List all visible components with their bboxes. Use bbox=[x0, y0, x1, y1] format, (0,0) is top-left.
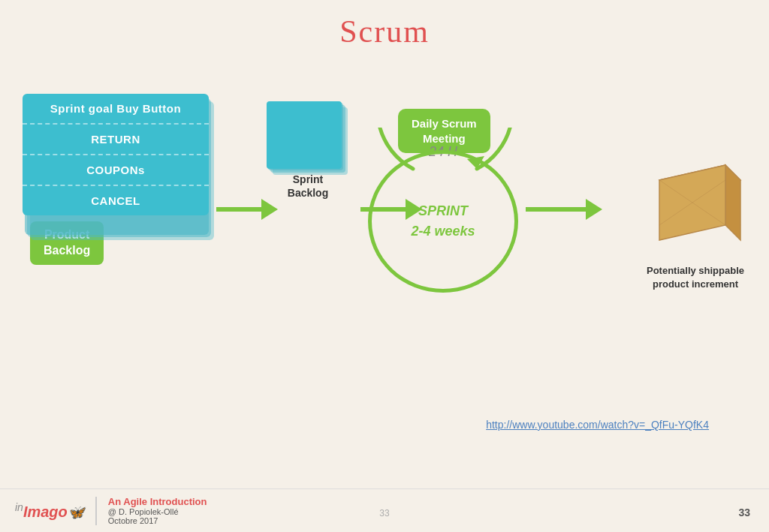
backlog-item-3: COUPONs bbox=[23, 155, 209, 186]
sprint-stack-main bbox=[267, 101, 342, 169]
product-box-svg bbox=[643, 158, 748, 255]
page-number: 33 bbox=[738, 506, 750, 518]
youtube-link[interactable]: http://www.youtube.com/watch?v=_QfFu-YQf… bbox=[486, 419, 709, 431]
main-content: Sprint goal Buy Button RETURN COUPONs CA… bbox=[0, 53, 769, 487]
box-right-face bbox=[725, 165, 740, 240]
butterfly-icon: 🦋 bbox=[68, 504, 84, 519]
sprint-backlog-label: SprintBacklog bbox=[267, 173, 349, 200]
footer-date: Octobre 2017 bbox=[108, 516, 207, 525]
page-title: Scrum bbox=[0, 0, 769, 50]
sprint-backlog-stack bbox=[267, 101, 349, 169]
backlog-item-2: RETURN bbox=[23, 125, 209, 155]
product-increment-label: Potentially shippable product increment bbox=[643, 264, 748, 291]
backlog-item-4: CANCEL bbox=[23, 186, 209, 215]
footer-text: An Agile Introduction @ D. Popiolek-Ollé… bbox=[108, 496, 207, 525]
footer-logo-prefix: in bbox=[15, 501, 23, 513]
arrow-2 bbox=[360, 199, 422, 220]
arrow-head-3 bbox=[586, 199, 602, 220]
footer-page-center: 33 bbox=[379, 508, 389, 518]
footer-subtitle: An Agile Introduction bbox=[108, 496, 207, 507]
backlog-section: Sprint goal Buy Button RETURN COUPONs CA… bbox=[23, 94, 214, 265]
backlog-stack: Sprint goal Buy Button RETURN COUPONs CA… bbox=[23, 94, 214, 215]
arrow-head-2 bbox=[406, 199, 422, 220]
footer-logo: inImago🦋 bbox=[15, 501, 84, 521]
footer: inImago🦋 An Agile Introduction @ D. Popi… bbox=[0, 488, 769, 532]
arrow-1 bbox=[216, 199, 278, 220]
sprint-backlog-section: SprintBacklog bbox=[267, 101, 349, 200]
arrow-line-2 bbox=[360, 207, 406, 212]
footer-author: @ D. Popiolek-Ollé bbox=[108, 507, 207, 516]
arrow-line-3 bbox=[526, 207, 586, 212]
sprint-circle-container: 24 H SPRINT2-4 weeks bbox=[368, 150, 518, 293]
backlog-item-1: Sprint goal Buy Button bbox=[23, 94, 209, 125]
stack-main: Sprint goal Buy Button RETURN COUPONs CA… bbox=[23, 94, 209, 215]
arrow-line-1 bbox=[216, 207, 261, 212]
footer-divider bbox=[95, 497, 97, 525]
product-increment-section: Potentially shippable product increment bbox=[643, 158, 748, 291]
sprint-circle: SPRINT2-4 weeks bbox=[368, 150, 518, 293]
arrow-3 bbox=[526, 199, 602, 220]
arrow-head-1 bbox=[261, 199, 278, 220]
